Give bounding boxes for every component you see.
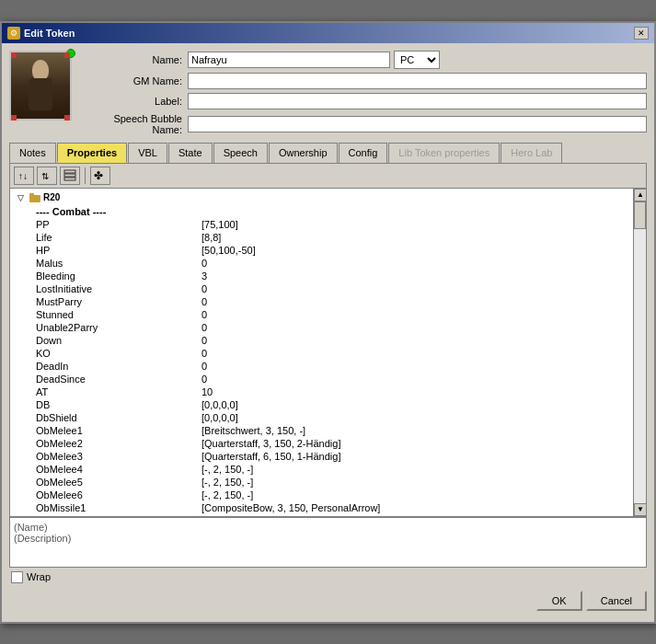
prop-row[interactable]: Bleeding3 — [14, 270, 629, 282]
tab-ownership[interactable]: Ownership — [269, 143, 338, 163]
tabs-row: Notes Properties VBL State Speech Owners… — [9, 143, 647, 163]
close-button[interactable]: ✕ — [634, 27, 649, 40]
speech-bubble-label: Speech Bubble Name: — [81, 113, 182, 135]
tree-root-node[interactable]: ▽ R20 — [14, 190, 629, 205]
prop-row[interactable]: Stunned0 — [14, 308, 629, 321]
prop-value: [0,0,0,0] — [201, 412, 626, 423]
tab-config[interactable]: Config — [339, 143, 388, 163]
cancel-button[interactable]: Cancel — [586, 591, 647, 611]
svg-text:⇅: ⇅ — [41, 171, 49, 181]
prop-value: [8,8] — [201, 232, 626, 243]
prop-row[interactable]: Malus0 — [14, 257, 629, 270]
tree-panel: ▽ R20 ---- Combat ---- PP[75,100]Life[8,… — [10, 189, 646, 516]
prop-value: 0 — [201, 283, 626, 294]
prop-row[interactable]: ObMelee5[-, 2, 150, -] — [14, 476, 629, 489]
name-input[interactable] — [188, 52, 390, 68]
prop-row[interactable]: Down0 — [14, 334, 629, 347]
prop-name: MustParry — [17, 296, 201, 307]
sort-asc-icon: ↑↓ — [17, 169, 30, 182]
label-label: Label: — [81, 96, 182, 107]
prop-value: 0 — [201, 296, 626, 307]
prop-value: 0 — [201, 309, 626, 320]
prop-value: [Breitschwert, 3, 150, -] — [201, 425, 626, 436]
prop-name: KO — [17, 348, 201, 359]
prop-row[interactable]: DbShield[0,0,0,0] — [14, 411, 629, 424]
prop-row[interactable]: AT10 — [14, 385, 629, 398]
prop-row[interactable]: PP[75,100] — [14, 218, 629, 231]
ok-button[interactable]: OK — [536, 591, 582, 611]
prop-name: DbShield — [17, 412, 201, 423]
scroll-down-button[interactable]: ▼ — [634, 503, 647, 516]
svg-rect-2 — [64, 170, 75, 173]
prop-value: [0,0,0,0] — [201, 399, 626, 410]
scrollbar[interactable]: ▲ ▼ — [633, 189, 646, 516]
prop-row[interactable]: ObMelee4[-, 2, 150, -] — [14, 463, 629, 476]
prop-name: Bleeding — [17, 270, 201, 282]
prop-name: Stunned — [17, 309, 201, 320]
tree-content[interactable]: ▽ R20 ---- Combat ---- PP[75,100]Life[8,… — [10, 189, 633, 516]
prop-row[interactable]: DeadIn0 — [14, 360, 629, 373]
prop-name: ObMelee4 — [17, 464, 201, 475]
tab-properties[interactable]: Properties — [57, 143, 127, 163]
prop-row[interactable]: ObMelee2[Quarterstaff, 3, 150, 2-Händig] — [14, 437, 629, 450]
prop-row[interactable]: Unable2Parry0 — [14, 321, 629, 334]
window-icon: ⚙ — [7, 27, 20, 40]
type-select[interactable]: PC NPC — [394, 51, 440, 69]
tab-speech[interactable]: Speech — [213, 143, 268, 163]
label-input[interactable] — [188, 93, 647, 109]
svg-rect-3 — [64, 174, 75, 177]
prop-row[interactable]: HP[50,100,-50] — [14, 244, 629, 257]
name-row: Name: PC NPC — [81, 51, 647, 69]
scroll-thumb[interactable] — [634, 201, 646, 229]
prop-row[interactable]: DB[0,0,0,0] — [14, 398, 629, 411]
tab-state[interactable]: State — [168, 143, 213, 163]
sort-desc-button[interactable]: ⇅ — [37, 167, 57, 185]
prop-row[interactable]: MustParry0 — [14, 295, 629, 308]
tree-toggle-root[interactable]: ▽ — [14, 191, 27, 204]
corner-decoration-tr — [64, 52, 70, 58]
prop-row[interactable]: DeadSince0 — [14, 373, 629, 385]
prop-row[interactable]: ObMissile1[CompositeBow, 3, 150, Persona… — [14, 501, 629, 514]
table-view-button[interactable] — [60, 167, 80, 185]
avatar[interactable] — [9, 51, 72, 121]
prop-name: ObMelee5 — [17, 477, 201, 488]
sort-asc-button[interactable]: ↑↓ — [14, 167, 34, 185]
prop-value: [75,100] — [201, 219, 626, 230]
scroll-up-button[interactable]: ▲ — [634, 189, 647, 201]
gm-name-input[interactable] — [188, 73, 647, 89]
prop-name: DeadIn — [17, 361, 201, 372]
prop-row[interactable]: ObMelee6[-, 2, 150, -] — [14, 489, 629, 501]
prop-name: DB — [17, 399, 201, 410]
title-bar: ⚙ Edit Token ✕ — [2, 23, 654, 43]
prop-row[interactable]: ObMelee3[Quarterstaff, 6, 150, 1-Händig] — [14, 450, 629, 463]
tab-hero-lab[interactable]: Hero Lab — [501, 143, 562, 163]
header-fields: Name: PC NPC GM Name: Labe — [81, 51, 647, 135]
prop-row[interactable]: KO0 — [14, 347, 629, 360]
dialog-buttons: OK Cancel — [9, 587, 647, 615]
prop-value: 0 — [201, 348, 626, 359]
gm-name-label: GM Name: — [81, 75, 182, 86]
sort-desc-icon: ⇅ — [40, 169, 53, 182]
prop-row[interactable]: ObMelee1[Breitschwert, 3, 150, -] — [14, 424, 629, 437]
prop-row[interactable]: LostInitiative0 — [14, 282, 629, 295]
tab-lib-token[interactable]: Lib Token properties — [388, 143, 500, 163]
window-title: Edit Token — [24, 28, 75, 39]
tree-folder-icon — [29, 191, 41, 204]
tab-notes[interactable]: Notes — [9, 143, 56, 163]
prop-value: 0 — [201, 374, 626, 385]
wrap-label: Wrap — [27, 571, 51, 582]
prop-name: ObMelee3 — [17, 451, 201, 462]
svg-text:✤: ✤ — [94, 169, 103, 182]
add-property-button[interactable]: ✤ — [90, 167, 110, 185]
wrap-checkbox[interactable] — [11, 571, 23, 583]
label-row: Label: — [81, 93, 647, 109]
prop-row[interactable]: Life[8,8] — [14, 231, 629, 244]
prop-name: Malus — [17, 258, 201, 269]
prop-value: 3 — [201, 270, 626, 282]
tab-vbl[interactable]: VBL — [128, 143, 167, 163]
section-combat: ---- Combat ---- — [14, 205, 629, 218]
scroll-track[interactable] — [634, 201, 646, 503]
speech-bubble-row: Speech Bubble Name: — [81, 113, 647, 135]
speech-bubble-input[interactable] — [188, 116, 647, 132]
prop-value: [50,100,-50] — [201, 245, 626, 256]
